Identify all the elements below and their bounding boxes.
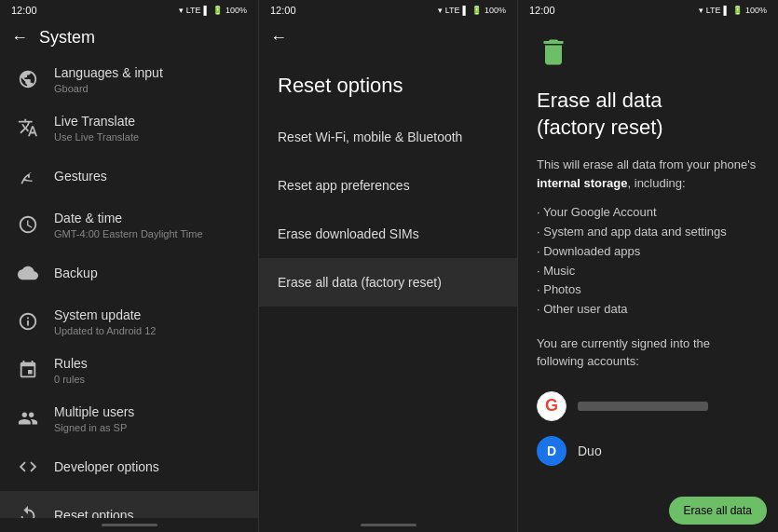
rules-subtitle: 0 rules bbox=[54, 374, 243, 385]
rules-text: Rules 0 rules bbox=[54, 355, 243, 384]
reset-item-erase-all[interactable]: Erase all data (factory reset) bbox=[259, 258, 517, 307]
signal-bars-icon-2: ▌ bbox=[463, 6, 469, 15]
developer-title: Developer options bbox=[54, 458, 243, 475]
erase-list-item-2: · System and app data and settings bbox=[537, 223, 759, 242]
duo-account-info: Duo bbox=[578, 443, 759, 458]
erase-list-item-3: · Downloaded apps bbox=[537, 242, 759, 262]
person-icon bbox=[15, 405, 41, 431]
reset-item-wifi[interactable]: Reset Wi-Fi, mobile & Bluetooth bbox=[259, 113, 517, 161]
info-icon bbox=[15, 308, 41, 334]
google-account-name-bar bbox=[578, 402, 708, 411]
erase-list-item-1: · Your Google Account bbox=[537, 203, 759, 223]
settings-item-datetime[interactable]: Date & time GMT-4:00 Eastern Daylight Ti… bbox=[0, 200, 258, 249]
bottom-indicator-2 bbox=[259, 518, 517, 532]
account-item-google: G bbox=[537, 384, 759, 429]
settings-item-rules[interactable]: Rules 0 rules bbox=[0, 346, 258, 394]
rules-title: Rules bbox=[54, 355, 243, 372]
settings-item-live-translate[interactable]: Live Translate Use Live Translate bbox=[0, 103, 258, 152]
status-icons-3: ▾ LTE ▌ 🔋 100% bbox=[699, 6, 767, 15]
battery-icon-2: 🔋 bbox=[471, 6, 482, 15]
gestures-text: Gestures bbox=[54, 168, 243, 184]
status-bar-2: 12:00 ▾ LTE ▌ 🔋 100% bbox=[259, 0, 517, 20]
google-account-info bbox=[578, 402, 759, 411]
status-icons-2: ▾ LTE ▌ 🔋 100% bbox=[438, 6, 506, 15]
settings-list: Languages & input Gboard Live Translate … bbox=[0, 55, 258, 518]
languages-subtitle: Gboard bbox=[54, 83, 243, 94]
duo-account-name: Duo bbox=[578, 443, 759, 458]
home-bar-1 bbox=[102, 524, 157, 526]
wifi-icon-2: ▾ bbox=[438, 6, 443, 15]
erase-sims-label: Erase downloaded SIMs bbox=[278, 226, 498, 241]
status-bar-3: 12:00 ▾ LTE ▌ 🔋 100% bbox=[518, 0, 778, 20]
erase-all-button[interactable]: Erase all data bbox=[669, 497, 767, 525]
settings-item-gestures[interactable]: Gestures bbox=[0, 152, 258, 200]
erase-list-item-5: · Photos bbox=[537, 280, 759, 300]
signed-in-text: You are currently signed into thefollowi… bbox=[537, 334, 759, 371]
battery-icon: 🔋 bbox=[212, 6, 223, 15]
reset-icon bbox=[15, 502, 41, 518]
datetime-title: Date & time bbox=[54, 210, 243, 226]
signal-text-3: LTE bbox=[706, 6, 721, 15]
settings-item-multiusers[interactable]: Multiple users Signed in as SP bbox=[0, 394, 258, 443]
languages-text: Languages & input Gboard bbox=[54, 64, 243, 93]
panel-reset-options: 12:00 ▾ LTE ▌ 🔋 100% ← Reset options Res… bbox=[259, 0, 518, 532]
wifi-icon-3: ▾ bbox=[699, 6, 703, 15]
reset-title: Reset options bbox=[54, 507, 243, 518]
back-button-2[interactable]: ← bbox=[270, 28, 287, 48]
reset-item-erase-sims[interactable]: Erase downloaded SIMs bbox=[259, 210, 517, 258]
settings-item-system-update[interactable]: System update Updated to Android 12 bbox=[0, 297, 258, 346]
globe-icon bbox=[15, 66, 41, 92]
languages-title: Languages & input bbox=[54, 64, 243, 81]
multiusers-text: Multiple users Signed in as SP bbox=[54, 403, 243, 432]
erase-content: Erase all data(factory reset) This will … bbox=[518, 20, 778, 489]
multiusers-subtitle: Signed in as SP bbox=[54, 422, 243, 433]
status-time-2: 12:00 bbox=[270, 5, 296, 16]
clock-icon bbox=[15, 211, 41, 238]
status-time-1: 12:00 bbox=[11, 5, 37, 16]
google-logo: G bbox=[537, 391, 566, 421]
duo-logo: D bbox=[537, 436, 566, 466]
reset-options-list: Reset Wi-Fi, mobile & Bluetooth Reset ap… bbox=[259, 113, 517, 518]
reset-text: Reset options bbox=[54, 507, 243, 518]
reset-app-prefs-label: Reset app preferences bbox=[278, 178, 498, 193]
status-bar-1: 12:00 ▾ LTE ▌ 🔋 100% bbox=[0, 0, 258, 20]
erase-list-item-6: · Other user data bbox=[537, 300, 759, 320]
live-translate-text: Live Translate Use Live Translate bbox=[54, 113, 243, 142]
backup-title: Backup bbox=[54, 265, 243, 281]
settings-item-developer[interactable]: Developer options bbox=[0, 443, 258, 491]
home-bar-2 bbox=[361, 524, 416, 526]
wifi-icon: ▾ bbox=[179, 6, 184, 15]
signal-bars-icon-3: ▌ bbox=[724, 6, 730, 15]
top-bar-reset: ← bbox=[259, 20, 517, 55]
panel-system: 12:00 ▾ LTE ▌ 🔋 100% ← System Languages … bbox=[0, 0, 259, 532]
reset-item-app-prefs[interactable]: Reset app preferences bbox=[259, 161, 517, 210]
rules-icon bbox=[15, 357, 41, 383]
cloud-icon bbox=[15, 260, 41, 286]
battery-text-1: 100% bbox=[225, 6, 247, 15]
backup-text: Backup bbox=[54, 265, 243, 281]
battery-text-2: 100% bbox=[485, 6, 506, 15]
erase-list-item-4: · Music bbox=[537, 262, 759, 281]
trash-icon-container bbox=[537, 35, 759, 76]
live-translate-subtitle: Use Live Translate bbox=[54, 131, 243, 143]
gestures-icon bbox=[15, 163, 41, 189]
sysupdate-title: System update bbox=[54, 307, 243, 323]
back-button-1[interactable]: ← bbox=[11, 28, 28, 48]
settings-item-reset[interactable]: Reset options bbox=[0, 491, 258, 518]
gestures-title: Gestures bbox=[54, 168, 243, 184]
translate-icon bbox=[15, 115, 41, 141]
reset-title-area: Reset options bbox=[259, 55, 517, 113]
bottom-indicator-1 bbox=[0, 518, 258, 532]
settings-item-languages[interactable]: Languages & input Gboard bbox=[0, 55, 258, 103]
account-item-duo: D Duo bbox=[537, 429, 759, 473]
settings-item-backup[interactable]: Backup bbox=[0, 249, 258, 297]
code-icon bbox=[15, 454, 41, 480]
developer-text: Developer options bbox=[54, 458, 243, 475]
datetime-text: Date & time GMT-4:00 Eastern Daylight Ti… bbox=[54, 210, 243, 239]
erase-description: This will erase all data from your phone… bbox=[537, 156, 759, 192]
reset-wifi-label: Reset Wi-Fi, mobile & Bluetooth bbox=[278, 130, 498, 144]
status-icons-1: ▾ LTE ▌ 🔋 100% bbox=[179, 6, 247, 15]
battery-text-3: 100% bbox=[745, 6, 767, 15]
google-g-letter: G bbox=[545, 396, 558, 416]
panel-erase-all: 12:00 ▾ LTE ▌ 🔋 100% Erase all data(fact… bbox=[518, 0, 778, 532]
